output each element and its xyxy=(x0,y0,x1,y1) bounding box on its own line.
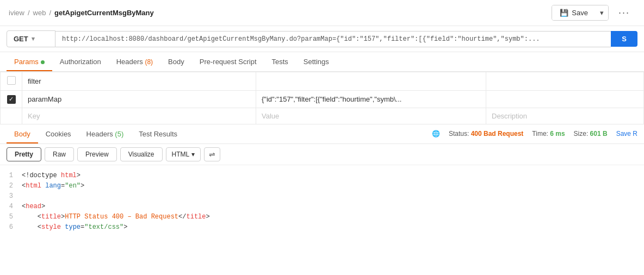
param-key-1[interactable]: filter xyxy=(22,72,256,91)
params-dot xyxy=(41,60,45,64)
code-line-1: 1 <!doctype html> xyxy=(0,171,644,181)
param-desc-placeholder[interactable]: Description xyxy=(486,108,644,124)
tab-pre-request-script[interactable]: Pre-request Script xyxy=(192,52,264,71)
chevron-down-icon: ▾ xyxy=(32,35,35,42)
tab-headers[interactable]: Headers (8) xyxy=(109,52,160,71)
request-tabs: Params Authorization Headers (8) Body Pr… xyxy=(0,52,644,72)
visualize-button[interactable]: Visualize xyxy=(120,147,163,161)
param-key-2[interactable]: paramMap xyxy=(22,91,256,108)
url-bar: GET ▾ S xyxy=(0,26,644,52)
raw-button[interactable]: Raw xyxy=(45,147,74,161)
response-tabs: Body Cookies Headers (5) Test Results xyxy=(7,124,185,143)
code-line-5: 5 <title>HTTP Status 400 – Bad Request</… xyxy=(0,212,644,222)
tab-body[interactable]: Body xyxy=(160,52,192,71)
time-value: 6 ms xyxy=(550,130,565,138)
size-label: Size: 601 B xyxy=(574,130,608,138)
top-bar: iview / web / getApigetCurrentMsgByMany … xyxy=(0,0,644,26)
status-label: Status: 400 Bad Request xyxy=(449,130,523,138)
table-row: ✓ paramMap {"id":"157","filter":[{"field… xyxy=(1,91,644,108)
wrap-icon: ⇌ xyxy=(209,150,215,159)
resp-tab-body[interactable]: Body xyxy=(7,124,38,143)
param-value-2[interactable]: {"id":"157","filter":[{"field":"hourtime… xyxy=(256,91,486,108)
save-label: Save xyxy=(572,9,588,17)
code-line-2: 2 <html lang="en"> xyxy=(0,181,644,191)
wrap-button[interactable]: ⇌ xyxy=(204,147,220,161)
disk-icon: 💾 xyxy=(560,9,568,17)
param-value-1[interactable] xyxy=(256,72,486,91)
param-checkbox-new[interactable] xyxy=(1,108,22,124)
size-value: 601 B xyxy=(590,130,608,138)
format-select[interactable]: HTML ▾ xyxy=(166,147,201,161)
resp-tab-headers[interactable]: Headers (5) xyxy=(79,124,132,143)
url-input[interactable] xyxy=(55,31,611,47)
save-button[interactable]: 💾 Save xyxy=(552,5,596,20)
breadcrumb: iview / web / getApigetCurrentMsgByMany xyxy=(9,9,154,17)
tab-params[interactable]: Params xyxy=(7,52,52,71)
status-badge: 400 Bad Request xyxy=(471,130,524,138)
breadcrumb-part3: getApigetCurrentMsgByMany xyxy=(54,9,154,17)
table-row: filter xyxy=(1,72,644,91)
param-desc-2[interactable] xyxy=(486,91,644,108)
param-checkbox-1[interactable] xyxy=(1,72,22,91)
param-key-placeholder[interactable]: Key xyxy=(22,108,256,124)
tab-authorization[interactable]: Authorization xyxy=(52,52,109,71)
code-toolbar: Pretty Raw Preview Visualize HTML ▾ ⇌ xyxy=(0,144,644,165)
save-response-button[interactable]: Save R xyxy=(616,130,637,138)
save-btn-group: 💾 Save ▾ xyxy=(552,5,609,21)
format-label: HTML xyxy=(172,151,190,158)
response-bar: Body Cookies Headers (5) Test Results 🌐 … xyxy=(0,124,644,144)
code-line-3: 3 xyxy=(0,191,644,202)
top-bar-actions: 💾 Save ▾ ··· xyxy=(552,4,635,22)
globe-icon: 🌐 xyxy=(432,130,440,138)
param-checkbox-2[interactable]: ✓ xyxy=(1,91,22,108)
method-label: GET xyxy=(14,35,28,43)
table-row-placeholder: Key Value Description xyxy=(1,108,644,124)
breadcrumb-part1: iview xyxy=(9,9,24,17)
code-line-6: 6 <style type="text/css"> xyxy=(0,222,644,233)
breadcrumb-sep2: / xyxy=(49,9,51,17)
preview-button[interactable]: Preview xyxy=(77,147,117,161)
pretty-button[interactable]: Pretty xyxy=(7,147,41,161)
code-area: 1 <!doctype html> 2 <html lang="en"> 3 4… xyxy=(0,165,644,239)
method-select[interactable]: GET ▾ xyxy=(7,30,55,47)
tab-settings[interactable]: Settings xyxy=(296,52,337,71)
tab-tests[interactable]: Tests xyxy=(264,52,296,71)
resp-tab-cookies[interactable]: Cookies xyxy=(38,124,79,143)
code-line-4: 4 <head> xyxy=(0,202,644,212)
param-desc-1[interactable] xyxy=(486,72,644,91)
param-value-placeholder[interactable]: Value xyxy=(256,108,486,124)
response-status: 🌐 Status: 400 Bad Request Time: 6 ms Siz… xyxy=(432,130,637,138)
time-label: Time: 6 ms xyxy=(532,130,565,138)
resp-tab-test-results[interactable]: Test Results xyxy=(131,124,185,143)
breadcrumb-sep1: / xyxy=(28,9,30,17)
params-table: filter ✓ paramMap {"id":"157","filter":[… xyxy=(0,72,644,124)
save-chevron-button[interactable]: ▾ xyxy=(596,5,608,20)
breadcrumb-part2: web xyxy=(33,9,46,17)
chevron-down-icon: ▾ xyxy=(191,151,195,158)
send-button[interactable]: S xyxy=(611,31,637,47)
more-button[interactable]: ··· xyxy=(613,4,635,22)
